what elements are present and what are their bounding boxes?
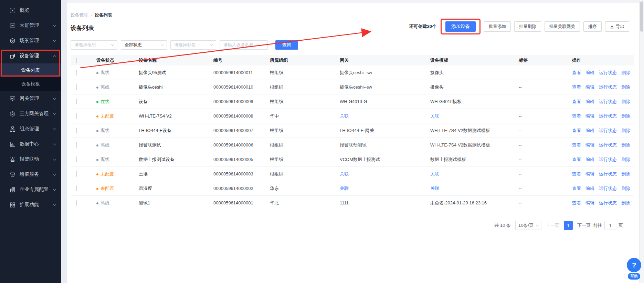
row-checkbox[interactable] [76,70,77,75]
goto-unit-label: 页 [619,222,623,229]
sidebar-item-报警联动[interactable]: 报警联动 [0,152,61,167]
sidebar-subitem-设备列表[interactable]: 设备列表 [0,63,61,77]
running-status-link[interactable]: 运行状态 [599,185,617,192]
row-checkbox[interactable] [76,99,77,104]
delete-link[interactable]: 删除 [621,142,630,148]
device-code-cell: 0000059614000011 [213,70,270,75]
batch-add-button[interactable]: 批量添加 [484,21,511,32]
running-status-link[interactable]: 运行状态 [599,171,617,177]
sort-button[interactable]: 排序 [583,21,602,32]
view-link[interactable]: 查看 [572,128,581,134]
delete-link[interactable]: 删除 [621,185,630,192]
search-button[interactable]: 查询 [275,40,298,50]
view-link[interactable]: 查看 [572,185,581,192]
running-status-link[interactable]: 运行状态 [599,128,617,134]
row-checkbox[interactable] [76,171,77,177]
sidebar-item-企业专属配置[interactable]: 企业专属配置 [0,182,61,197]
sidebar-item-场景管理[interactable]: 场景管理 [0,33,61,48]
edit-link[interactable]: 编辑 [585,70,594,76]
delete-link[interactable]: 删除 [621,70,630,76]
export-button[interactable]: 导出 [605,21,629,32]
delete-link[interactable]: 删除 [621,171,630,177]
running-status-link[interactable]: 运行状态 [599,156,617,163]
running-status-link[interactable]: 运行状态 [599,99,617,105]
page-size-select[interactable]: 10条/页 [515,221,541,230]
view-link[interactable]: 查看 [572,99,581,105]
running-status-link[interactable]: 运行状态 [599,142,617,148]
running-status-link[interactable]: 运行状态 [599,200,617,206]
prev-page-button[interactable]: 上一页 [546,222,559,229]
sidebar-item-网关管理[interactable]: 网关管理 [0,91,61,106]
view-link[interactable]: 查看 [572,84,581,90]
view-link[interactable]: 查看 [572,142,581,148]
view-link[interactable]: 查看 [572,171,581,177]
sidebar-item-组态管理[interactable]: 组态管理 [0,121,61,137]
delete-link[interactable]: 删除 [621,200,630,206]
view-link[interactable]: 查看 [572,113,581,119]
status-select[interactable]: 全部状态 [121,40,167,50]
chevron-down-icon [53,96,56,100]
org-select[interactable]: 请选择组织 [71,40,117,50]
view-link[interactable]: 查看 [572,70,581,76]
batch-link-gateway-button[interactable]: 批量关联网关 [545,21,580,32]
edit-link[interactable]: 编辑 [585,99,594,105]
running-status-link[interactable]: 运行状态 [599,70,617,76]
row-checkbox[interactable] [76,113,77,119]
row-checkbox[interactable] [76,142,77,148]
scrollbar-thumb[interactable] [640,1,643,32]
add-device-button[interactable]: 添加设备 [445,21,476,32]
sidebar-item-扩展功能[interactable]: 扩展功能 [0,197,61,212]
template-link[interactable]: 关联 [430,171,439,176]
chevron-down-icon [161,43,163,46]
tag-select[interactable]: 请选择标签 [170,40,216,50]
edit-link[interactable]: 编辑 [585,142,594,148]
help-question-icon[interactable]: ? [627,258,641,272]
breadcrumb-parent[interactable]: 设备管理 [71,13,88,18]
view-link[interactable]: 查看 [572,200,581,206]
sidebar-subitem-设备模板[interactable]: 设备模板 [0,77,61,91]
sidebar-item-设备管理[interactable]: 设备管理 [0,48,61,63]
delete-link[interactable]: 删除 [621,128,630,134]
sidebar-item-概览[interactable]: 概览 [0,3,61,18]
running-status-link[interactable]: 运行状态 [599,113,617,119]
template-link[interactable]: 关联 [430,113,439,119]
next-page-button[interactable]: 下一页 [577,222,591,229]
device-name-input[interactable]: 请输入设备名称 [220,40,268,50]
running-status-link[interactable]: 运行状态 [599,84,617,90]
delete-link[interactable]: 删除 [621,113,630,119]
sidebar-item-大屏管理[interactable]: 大屏管理 [0,18,61,33]
page-number-1[interactable]: 1 [564,221,573,230]
gateway-link[interactable]: 关联 [340,113,349,119]
select-all-checkbox[interactable] [76,58,77,63]
sidebar-item-三方网关管理[interactable]: 三方网关管理 [0,106,61,121]
edit-link[interactable]: 编辑 [585,84,594,90]
edit-link[interactable]: 编辑 [585,171,594,177]
gateway-link[interactable]: 关联 [340,171,349,176]
edit-link[interactable]: 编辑 [585,128,594,134]
help-label[interactable]: 帮助 [628,273,640,280]
view-link[interactable]: 查看 [572,156,581,163]
sidebar-item-增值服务[interactable]: 增值服务 [0,167,61,182]
actions-cell: 查看编辑运行状态删除 [572,171,634,177]
gateway-cell: 摄像头ceshi--sw [340,70,430,76]
page-scrollbar[interactable] [639,0,644,283]
gateway-link[interactable]: 关联 [340,186,349,191]
delete-link[interactable]: 删除 [621,84,630,90]
row-checkbox[interactable] [76,84,77,90]
row-checkbox[interactable] [76,156,77,162]
row-checkbox[interactable] [76,200,77,206]
edit-link[interactable]: 编辑 [585,113,594,119]
delete-link[interactable]: 删除 [621,99,630,105]
goto-page-input[interactable] [604,221,616,230]
edit-link[interactable]: 编辑 [585,200,594,206]
batch-delete-button[interactable]: 批量删除 [514,21,541,32]
template-link[interactable]: 关联 [430,186,439,191]
edit-link[interactable]: 编辑 [585,156,594,163]
row-checkbox[interactable] [76,128,77,133]
edit-link[interactable]: 编辑 [585,185,594,192]
sidebar-item-数据中心[interactable]: 数据中心 [0,137,61,152]
row-checkbox[interactable] [76,185,77,191]
delete-link[interactable]: 删除 [621,156,630,163]
device-status-cell: 在线 [96,99,139,105]
chevron-down-icon [210,43,213,46]
